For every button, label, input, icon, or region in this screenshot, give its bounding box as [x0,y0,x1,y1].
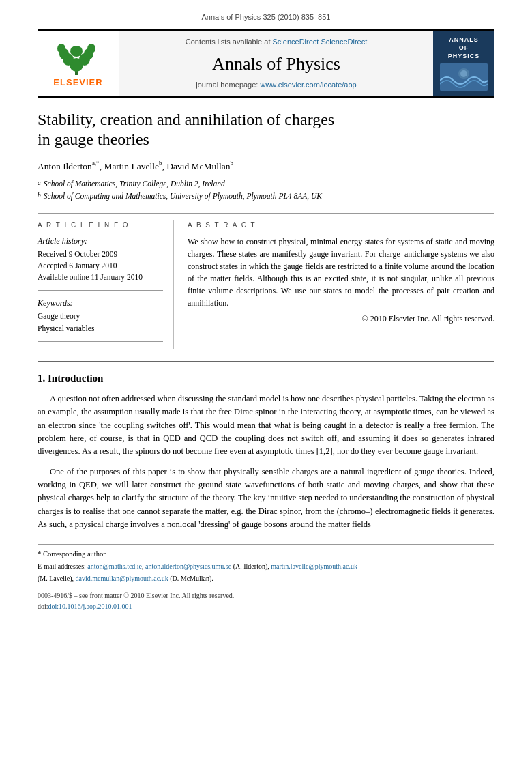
email3[interactable]: martin.lavelle@plymouth.ac.uk [271,562,357,570]
top-citation: Annals of Physics 325 (2010) 835–851 [38,12,494,23]
email-footnote: E-mail addresses: anton@maths.tcd.ie, an… [38,561,494,571]
article-info-label: A R T I C L E I N F O [38,220,163,230]
annals-line2: OF [448,44,480,53]
keywords-label: Keywords: [38,298,163,309]
corresponding-label: * Corresponding author. [38,550,107,558]
svg-point-7 [57,44,65,53]
abstract-label: A B S T R A C T [188,220,494,230]
author-mcmullan-sup: b [231,160,234,167]
svg-point-8 [87,44,95,53]
received-date: Received 9 October 2009 Accepted 6 Janua… [38,248,163,284]
affil-b-sup: b [38,190,41,202]
history-label: Article history: [38,235,163,247]
sciencedirect-link-text[interactable]: ScienceDirect [321,38,367,46]
elsevier-brand-text: ELSEVIER [53,76,102,89]
section-divider [38,361,494,362]
author-mcmullan: David McMullan [166,161,230,171]
abstract-text: We show how to construct physical, minim… [188,235,494,309]
journal-center: Contents lists available at ScienceDirec… [119,31,433,96]
affiliation-a: a School of Mathematics, Trinity College… [38,178,494,190]
footnote-area: * Corresponding author. E-mail addresses… [38,544,494,584]
sciencedirect-link[interactable]: ScienceDirect [273,38,319,46]
author-ilderton-sup: a,* [92,160,100,167]
email-label: E-mail addresses: [38,562,86,570]
received-text: Received 9 October 2009 [38,248,163,260]
journal-homepage: journal homepage: www.elsevier.com/locat… [196,80,356,90]
article-title: Stability, creation and annihilation of … [38,110,494,149]
available-text: Available online 11 January 2010 [38,272,163,283]
authors-line: Anton Ildertona,*, Martin Lavelleb, Davi… [38,159,494,173]
journal-title: Annals of Physics [212,52,340,76]
email1[interactable]: anton@maths.tcd.ie [87,562,142,570]
keyword-1: Gauge theory [38,311,163,322]
introduction-section: 1. Introduction A question not often add… [38,371,494,532]
intro-number: 1. [38,373,45,384]
contents-available-line: Contents lists available at ScienceDirec… [186,37,368,47]
author-name1: (A. Ilderton), [233,562,269,570]
annals-line3: PHYSICS [448,53,480,61]
abstract-copyright: © 2010 Elsevier Inc. All rights reserved… [188,313,494,325]
info-divider-2 [38,341,163,342]
keyword-2: Physical variables [38,323,163,334]
abstract-column: A B S T R A C T We show how to construct… [188,220,494,349]
doi-line: doi:doi:10.1016/j.aop.2010.01.001 [38,601,494,612]
page: Annals of Physics 325 (2010) 835–851 ELS… [0,0,532,633]
journal-header: ELSEVIER Contents lists available at Sci… [38,29,494,98]
annals-logo: ANNALS OF PHYSICS [433,31,494,96]
author-name3: (D. McMullan). [170,575,213,582]
annals-cover-image [440,63,488,91]
annals-line1: ANNALS [448,36,480,44]
accepted-text: Accepted 6 January 2010 [38,260,163,272]
doi-prefix: doi: [38,603,48,610]
keywords-group: Keywords: Gauge theory Physical variable… [38,298,163,334]
intro-paragraph-1: A question not often addressed when disc… [38,392,494,459]
author-ilderton: Anton Ilderton [38,161,92,171]
citation-text: Annals of Physics 325 (2010) 835–851 [202,13,331,21]
footer: 0003-4916/$ – see front matter © 2010 El… [38,590,494,612]
author-lavelle-sup: b [159,160,162,167]
header-divider [38,213,494,214]
email2[interactable]: anton.ilderton@physics.umu.se [145,562,231,570]
corresponding-author-note: * Corresponding author. [38,549,494,560]
contents-prefix: Contents lists available at [186,38,271,46]
elsevier-logo: ELSEVIER [38,31,119,96]
homepage-url: www.elsevier.com/locate/aop [260,81,356,89]
homepage-prefix: journal homepage: [196,81,258,89]
affil-a-sup: a [38,178,41,190]
affiliation-b: b School of Computing and Mathematics, U… [38,190,494,202]
intro-title: Introduction [48,373,103,384]
affil-b-text: School of Computing and Mathematics, Uni… [44,190,322,202]
svg-point-11 [460,70,467,77]
cover-wave-icon [440,63,488,91]
info-abstract-section: A R T I C L E I N F O Article history: R… [38,220,494,349]
affiliations: a School of Mathematics, Trinity College… [38,178,494,202]
info-divider [38,290,163,291]
email-footnote-2: (M. Lavelle), david.mcmullan@plymouth.ac… [38,573,494,584]
keywords-content: Gauge theory Physical variables [38,311,163,334]
issn-line: 0003-4916/$ – see front matter © 2010 El… [38,590,494,601]
doi-value[interactable]: doi:10.1016/j.aop.2010.01.001 [48,603,132,610]
author-name2: (M. Lavelle), [38,575,74,582]
email4[interactable]: david.mcmullan@plymouth.ac.uk [76,575,168,582]
article-info-column: A R T I C L E I N F O Article history: R… [38,220,174,349]
annals-logo-text: ANNALS OF PHYSICS [448,36,480,60]
intro-paragraph-2: One of the purposes of this paper is to … [38,465,494,532]
elsevier-tree-icon [55,39,102,76]
svg-point-6 [70,46,83,57]
article-history-group: Article history: Received 9 October 2009… [38,235,163,284]
affil-a-text: School of Mathematics, Trinity College, … [44,178,225,190]
author-lavelle: Martin Lavelle [104,161,159,171]
intro-heading: 1. Introduction [38,371,494,386]
